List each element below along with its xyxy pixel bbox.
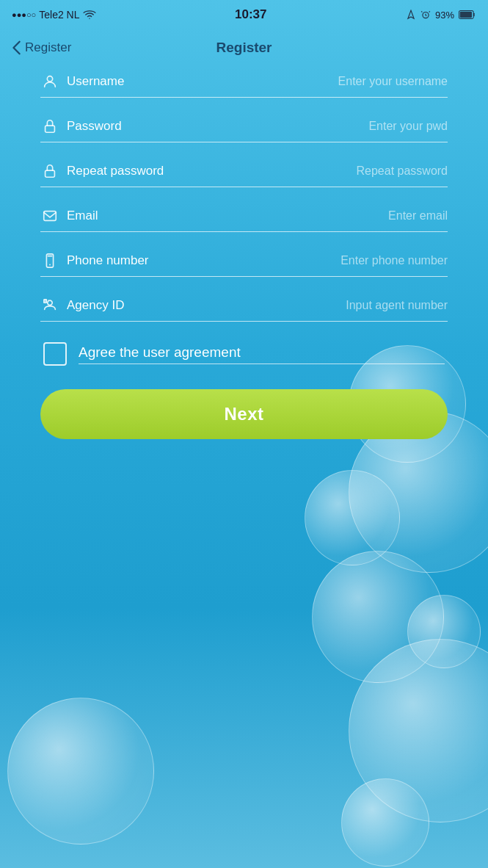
email-icon xyxy=(40,208,59,224)
repeat-password-field: Repeat password xyxy=(40,163,448,187)
user-icon xyxy=(40,73,59,90)
password-field: Password xyxy=(40,118,448,142)
lock2-icon xyxy=(40,163,59,179)
password-input[interactable] xyxy=(170,120,448,133)
status-bar: ●●●○○ Tele2 NL 10:37 93% xyxy=(0,0,488,29)
username-input[interactable] xyxy=(170,75,448,88)
back-label: Register xyxy=(25,40,71,55)
svg-point-3 xyxy=(47,76,52,82)
email-label: Email xyxy=(67,209,162,223)
phone-icon xyxy=(40,253,59,269)
agreement-row: Agree the user agreement xyxy=(40,342,448,366)
nav-header: Register Register xyxy=(0,29,488,66)
status-time: 10:37 xyxy=(235,7,266,22)
password-label: Password xyxy=(67,119,162,134)
agency-id-field: 1 2 3 Agency ID xyxy=(40,297,448,322)
svg-point-8 xyxy=(49,264,51,266)
agency-icon: 1 2 3 xyxy=(40,297,59,314)
alarm-icon xyxy=(420,10,431,20)
back-button[interactable]: Register xyxy=(12,40,71,55)
email-field: Email xyxy=(40,208,448,232)
back-chevron-icon xyxy=(12,40,22,55)
agency-id-label: Agency ID xyxy=(67,298,162,313)
svg-text:1 2 3: 1 2 3 xyxy=(44,300,49,303)
phone-field: Phone number xyxy=(40,253,448,277)
status-right: 93% xyxy=(406,10,476,21)
carrier-label: Tele2 NL xyxy=(39,9,79,21)
agreement-label: Agree the user agreement xyxy=(79,344,445,364)
battery-label: 93% xyxy=(435,10,454,21)
username-field: Username xyxy=(40,73,448,98)
carrier-info: ●●●○○ Tele2 NL xyxy=(12,8,96,21)
username-label: Username xyxy=(67,74,162,89)
email-input[interactable] xyxy=(170,209,448,223)
repeat-password-label: Repeat password xyxy=(67,164,164,178)
phone-input[interactable] xyxy=(170,254,448,267)
svg-rect-5 xyxy=(45,170,55,177)
repeat-password-input[interactable] xyxy=(171,164,448,178)
wifi-icon xyxy=(83,8,96,21)
lock-icon xyxy=(40,118,59,134)
phone-label: Phone number xyxy=(67,253,162,268)
svg-rect-4 xyxy=(45,126,55,132)
agency-id-input[interactable] xyxy=(170,299,448,312)
svg-rect-6 xyxy=(44,211,57,221)
register-form: Username Password Repeat password xyxy=(0,66,488,454)
next-button[interactable]: Next xyxy=(40,389,448,439)
agreement-checkbox[interactable] xyxy=(43,342,67,366)
battery-icon xyxy=(459,10,476,20)
page-title: Register xyxy=(216,40,272,56)
location-icon xyxy=(406,10,416,20)
svg-rect-2 xyxy=(460,12,472,18)
